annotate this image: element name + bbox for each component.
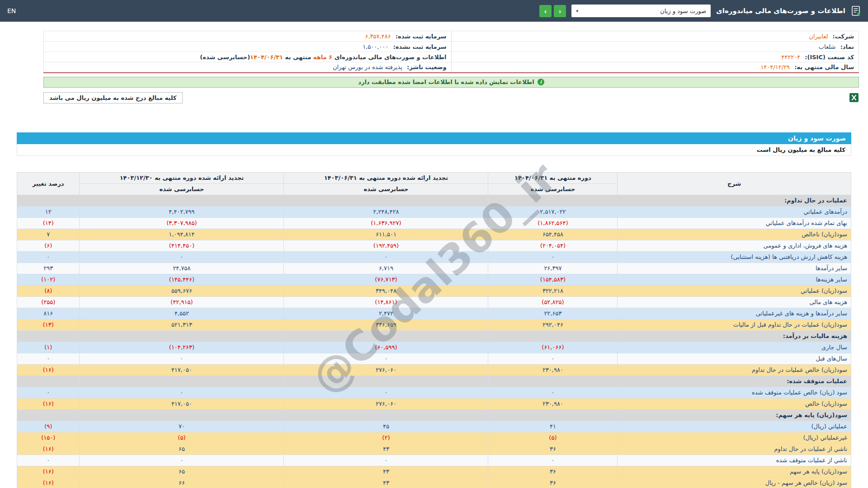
page-title: اطلاعات و صورت‌های مالی میاندوره‌ای [716,7,845,15]
row-value: ۴۳ [284,477,488,488]
table-row: هزینه های فروش، اداری و عمومی(۲۰۴,۰۵۴)(۱… [17,240,851,251]
row-value: (۹) [17,421,80,432]
period-length: ۶ ماهه [313,54,332,61]
row-value [488,195,618,206]
company-info-table: شرکت: لعابیران سرمایه ثبت شده: ۶,۳۵۷,۴۸۶… [43,31,859,73]
row-value: ۳۳۶,۶۵۹ [284,319,488,330]
row-value: ۵۵۹,۶۷۶ [80,285,284,296]
table-row: ناشي از عملیات در حال تداوم۳۶۴۳۶۵(۱۶) [17,443,851,455]
unregistered-capital-label: سرمایه ثبت نشده: [393,43,446,50]
table-row: سایر درآمدها۲۶,۳۹۷۶,۷۱۹۲۴,۷۵۸۲۹۳ [17,263,851,274]
period-note-text: منتهی به [283,54,313,61]
audited-subheader: حسابرسی شده [80,183,284,195]
row-label: عملیات متوقف شده: [618,375,851,387]
row-label: سال جاری [618,342,851,353]
company-label: شرکت: [833,33,854,40]
row-value: ۰ [284,353,488,364]
nav-next-button[interactable]: › [554,5,566,17]
isic-label: کد صنعت (ISIC): [805,54,854,61]
issuer-status-label: وضعیت ناشر: [407,64,446,70]
row-value: (۱۵۴,۵۸۳) [488,274,618,285]
audited-subheader: حسابرسی شده [488,183,618,195]
topbar-right-group: اطلاعات و صورت‌های مالی میاندوره‌ای صورت… [539,5,861,17]
row-value [488,330,618,342]
row-label: سایر درآمدها [618,263,851,274]
row-label: ناشي از عملیات در حال تداوم [618,443,851,455]
pl-table-body: عملیات در حال تداوم:درآمدهای عملیاتي۲,۵۱… [17,195,851,488]
row-value: ۰ [17,387,80,398]
row-value: (۱,۸۶۲,۵۶۴) [488,217,618,229]
language-en-link[interactable]: EN [7,7,16,14]
row-value [284,375,488,387]
unregistered-capital-value: ۱,۵۰۰,۰۰۰ [363,43,388,50]
table-row: ناشي از عملیات متوقف شده۰۰۰۰ [17,455,851,466]
col-header-period-1: دوره منتهی به ۱۴۰۴/۰۶/۳۱ [488,172,618,183]
row-value: ۲۳۰,۹۸۰ [488,398,618,409]
row-value [17,375,80,387]
row-value: ۴۳ [284,466,488,477]
row-value: (۱۶) [17,364,80,375]
table-row: سال جاری(۶۱,۰۶۶)(۶۰,۵۹۹)(۱۰۴,۲۶۳)(۱) [17,342,851,353]
statement-type-select[interactable]: صورت سود و زیان ▾ [571,5,711,17]
fiscal-year-label: سال مالی منتهی به: [794,64,854,70]
statement-section: صورت سود و زیان کلیه مبالغ به میلیون ریا… [17,132,851,488]
period-note: اطلاعات و صورت‌های مالی میاندوره‌ای ۶ ما… [200,54,446,61]
table-row: سایر هزینه‌ها(۱۵۴,۵۸۳)(۷۶,۷۱۳)(۱۴۵,۴۴۶)(… [17,274,851,285]
signature-match-banner: i اطلاعات نمایش داده شده با اطلاعات امضا… [43,77,859,88]
row-value: (۱۰۴,۲۶۳) [80,342,284,353]
row-value: (۱۶) [17,477,80,488]
row-label: درآمدهای عملیاتي [618,206,851,217]
excel-export-icon[interactable] [849,93,859,103]
row-label: سود(زیان) پایه هر سهم [618,466,851,477]
row-value: (۱۳) [17,319,80,330]
row-value: ۰ [80,387,284,398]
row-value: ۷ [17,229,80,240]
table-row: سود (زیان) خالص عملیات متوقف شده۰۰۰۰ [17,387,851,398]
row-label: سود (زیان) خالص عملیات متوقف شده [618,387,851,398]
row-value: ۴۱۷,۰۵۰ [80,398,284,409]
row-value: ۲۹۲,۰۴۶ [488,319,618,330]
row-value [80,195,284,206]
row-value: (۱۴,۸۶۱) [284,296,488,308]
row-value [80,409,284,421]
row-value: ۱۲ [17,206,80,217]
table-row: درآمدهای عملیاتي۲,۵۱۷,۰۲۲۲,۲۴۸,۴۲۸۴,۴۰۲,… [17,206,851,217]
row-value: ۰ [17,353,80,364]
table-row: سال‌های قبل۰۰۰۰ [17,353,851,364]
statement-select-value: صورت سود و زیان [660,8,706,14]
page: { "topbar": { "title": "اطلاعات و صورت‌ه… [0,0,868,488]
row-value: ۶۵ [80,443,284,455]
row-value [17,195,80,206]
statement-nav: ‹ › [539,5,566,17]
row-value: (۶۱,۰۶۶) [488,342,618,353]
company-name-link[interactable]: لعابیران [809,33,828,40]
row-value: (۵) [80,432,284,443]
row-value: (۳,۳۰۷,۹۸۵) [80,217,284,229]
pl-table: شرح دوره منتهی به ۱۴۰۴/۰۶/۳۱ تجدید ارائه… [17,172,851,488]
row-label: سود (زیان) خالص هر سهم - ریال [618,477,851,488]
row-value: (۱۹۲,۴۵۹) [284,240,488,251]
audit-status: (حسابرسی شده) [200,54,250,61]
row-value: ۷۰ [80,421,284,432]
signature-match-text: اطلاعات نمایش داده شده با اطلاعات امضا ش… [358,79,534,85]
row-value: (۴۱۴,۴۵۰) [80,240,284,251]
row-value: ۵۲۱,۳۱۳ [80,319,284,330]
section-row: سود(زیان) پایه هر سهم: [17,409,851,421]
table-row: سود(زیان) عملیاتي۳۲۲,۲۱۸۳۴۹,۰۴۸۵۵۹,۶۷۶(۸… [17,285,851,296]
row-label: هزینه کاهش ارزش دریافتنی ها (هزینه استثن… [618,251,851,263]
row-value: ۳۶ [488,443,618,455]
nav-prev-button[interactable]: ‹ [539,5,552,17]
row-value: ۸۱۶ [17,308,80,319]
row-value: (۲) [284,432,488,443]
table-row: سود(زیان) ناخالص۶۵۴,۴۵۸۶۱۱,۵۰۱۱,۰۹۴,۸۱۴۷ [17,229,851,240]
company-row: سال مالی منتهی به: ۱۴۰۴/۱۲/۲۹ وضعیت ناشر… [44,62,859,73]
period-note-text: اطلاعات و صورت‌های مالی میاندوره‌ای [332,54,446,61]
row-value: ۶۱۱,۵۰۱ [284,229,488,240]
row-value: ۲,۴۷۲ [284,308,488,319]
row-label: هزینه های مالی [618,296,851,308]
row-value: ۲۴,۷۵۸ [80,263,284,274]
audited-subheader: حسابرسی شده [284,183,488,195]
row-value: ۳۴۹,۰۴۸ [284,285,488,296]
row-value: (۱۶) [17,466,80,477]
row-value: ۲,۵۱۷,۰۲۲ [488,206,618,217]
